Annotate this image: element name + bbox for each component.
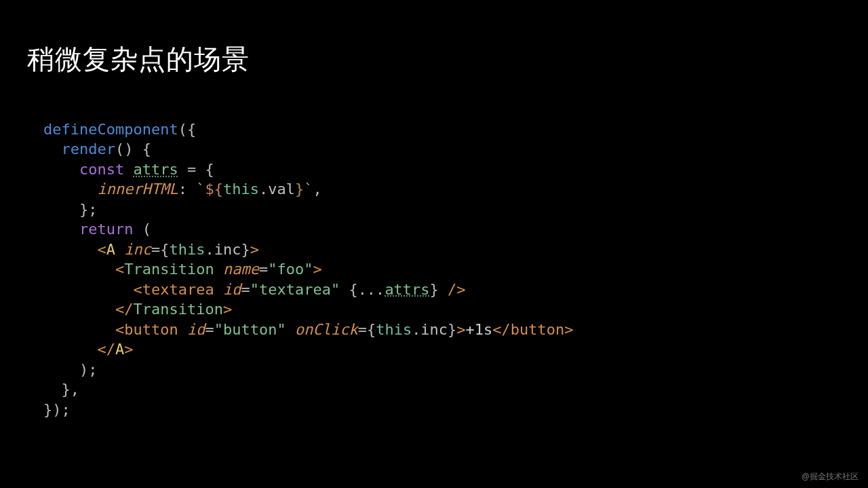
token-keyword: const xyxy=(79,161,124,178)
token-tag: button xyxy=(511,321,564,338)
token-bracket: > xyxy=(250,241,259,258)
slide: 稍微复杂点的场景 defineComponent({ render() { co… xyxy=(0,0,868,488)
token-attr: id xyxy=(187,321,205,338)
token-interp: } xyxy=(295,181,304,198)
token-bracket: > xyxy=(456,281,465,298)
token-sp xyxy=(178,321,187,338)
token-op: = xyxy=(205,321,214,338)
token-op: : xyxy=(178,181,197,198)
token-bracket: / xyxy=(502,321,511,338)
token-text: +1s xyxy=(466,321,493,338)
token-op: }; xyxy=(79,201,98,218)
token-sp xyxy=(439,281,448,298)
token-bracket: < xyxy=(115,301,124,318)
token-bracket: < xyxy=(97,241,106,258)
token-bracket: < xyxy=(97,341,106,358)
token-mem: .val xyxy=(259,181,295,198)
token-tag: A xyxy=(115,341,124,358)
token-op: { xyxy=(349,281,357,298)
token-str: ` xyxy=(196,181,205,198)
token-sp xyxy=(214,261,223,278)
token-op: , xyxy=(313,181,321,198)
slide-title: 稍微复杂点的场景 xyxy=(27,41,250,78)
token-spread: ... xyxy=(358,281,385,298)
token-mem: .inc xyxy=(412,321,448,338)
token-op: = { xyxy=(178,161,214,178)
token-bracket: > xyxy=(564,321,573,338)
token-interp: ${ xyxy=(205,181,223,198)
token-tag: Transition xyxy=(133,301,222,318)
token-op: } xyxy=(241,241,250,258)
token-op: ( xyxy=(133,221,151,238)
token-op: { xyxy=(367,321,376,338)
token-op: () { xyxy=(115,140,151,157)
token-op: ); xyxy=(79,361,98,378)
token-tag: textarea xyxy=(142,281,214,298)
token-tag: Transition xyxy=(124,261,214,278)
token-bracket: > xyxy=(124,341,133,358)
token-var: attrs xyxy=(133,161,178,178)
token-tag: button xyxy=(124,321,178,338)
token-bracket: < xyxy=(492,321,501,338)
token-bracket: > xyxy=(456,321,465,338)
token-op: } xyxy=(430,281,439,298)
token-sp xyxy=(115,241,124,258)
token-str: "textarea" xyxy=(250,281,340,298)
token-op: { xyxy=(160,241,169,258)
token-var: attrs xyxy=(384,281,429,298)
token-bracket: > xyxy=(223,301,232,318)
token-op: }, xyxy=(62,381,80,398)
token-bracket: / xyxy=(106,341,115,358)
token-bracket: < xyxy=(133,281,142,298)
token-sp xyxy=(286,321,295,338)
token-fn: defineComponent xyxy=(43,121,178,138)
token-op: = xyxy=(259,261,268,278)
watermark: @掘金技术社区 xyxy=(802,471,859,483)
token-fn: render xyxy=(62,140,115,157)
token-tag: A xyxy=(106,241,115,258)
token-this: this xyxy=(169,241,205,258)
token-bracket: < xyxy=(115,321,124,338)
token-this: this xyxy=(376,321,412,338)
token-this: this xyxy=(223,181,259,198)
token-str: "foo" xyxy=(268,261,313,278)
token-attr: id xyxy=(223,281,241,298)
token-op: = xyxy=(241,281,250,298)
token-bracket: / xyxy=(124,301,133,318)
token-bracket: < xyxy=(115,261,124,278)
token-bracket: / xyxy=(448,281,456,298)
token-keyword: return xyxy=(79,221,133,238)
code-block: defineComponent({ render() { const attrs… xyxy=(43,119,574,419)
token-attr: onClick xyxy=(295,321,358,338)
token-str: ` xyxy=(304,181,313,198)
token-sp xyxy=(214,281,223,298)
token-op: ({ xyxy=(178,121,197,138)
token-mem: .inc xyxy=(205,241,241,258)
token-attr: name xyxy=(223,261,259,278)
token-str: "button" xyxy=(214,321,286,338)
token-prop: innerHTML xyxy=(97,181,178,198)
token-sp xyxy=(340,281,349,298)
token-attr: inc xyxy=(124,241,151,258)
token-op: }); xyxy=(43,401,71,418)
token-op: = xyxy=(358,321,367,338)
token-op: = xyxy=(151,241,160,258)
token-op: } xyxy=(448,321,456,338)
token-bracket: > xyxy=(313,261,321,278)
